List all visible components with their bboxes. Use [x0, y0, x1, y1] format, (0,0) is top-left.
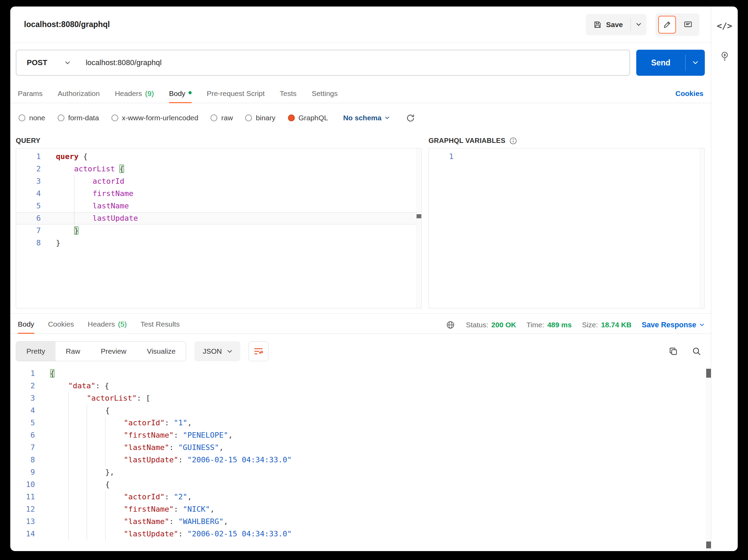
line-content: }	[41, 237, 60, 249]
send-button-group: Send	[636, 50, 705, 76]
right-sidebar: </>	[711, 7, 738, 551]
view-visualize[interactable]: Visualize	[137, 342, 186, 361]
save-response-button[interactable]: Save Response	[642, 321, 704, 329]
search-button[interactable]	[692, 346, 701, 356]
graphql-query-editor[interactable]: 1query {2 actorList {3 actorId4 firstNam…	[16, 148, 422, 308]
code-line: 9 },	[10, 466, 711, 478]
status-value: 200 OK	[491, 321, 516, 329]
response-scrollbar[interactable]	[706, 366, 711, 551]
query-scrollbar[interactable]	[417, 148, 421, 308]
code-line: 8}	[16, 237, 421, 249]
format-selector[interactable]: JSON	[194, 341, 240, 361]
code-line: 1	[429, 150, 704, 163]
send-button[interactable]: Send	[636, 50, 685, 76]
code-line: 5 "actorId": "1",	[10, 417, 711, 429]
resp-tab-headers[interactable]: Headers(5)	[88, 320, 127, 333]
line-number: 1	[10, 367, 35, 380]
body-type-x-www-form-urlencoded-label: x-www-form-urlencoded	[122, 114, 198, 122]
code-line: 7 }	[16, 224, 421, 237]
network-globe-icon[interactable]	[446, 320, 455, 329]
save-icon	[593, 21, 602, 29]
req-tab-body-label: Body	[169, 89, 185, 98]
view-preview[interactable]: Preview	[91, 342, 137, 361]
line-content: "lastName": "WAHLBERG",	[35, 515, 228, 528]
wrap-text-icon	[253, 347, 264, 356]
radio-icon	[245, 114, 252, 121]
body-type-none[interactable]: none	[19, 114, 45, 122]
chevron-down-icon	[65, 61, 70, 64]
body-type-form-data[interactable]: form-data	[58, 114, 99, 122]
variables-section-title: GRAPHQL VARIABLES	[429, 137, 505, 145]
req-tab-tests[interactable]: Tests	[280, 89, 297, 103]
req-tab-settings-label: Settings	[312, 89, 338, 98]
code-line: 7 "lastName": "GUINESS",	[10, 441, 711, 454]
refresh-schema-button[interactable]	[406, 113, 415, 123]
line-number: 8	[10, 454, 35, 466]
response-body-editor[interactable]: 1{2 "data": {3 "actorList": [4 {5 "actor…	[10, 366, 711, 551]
line-number: 4	[16, 187, 41, 200]
req-tab-settings[interactable]: Settings	[312, 89, 338, 103]
cookies-link[interactable]: Cookies	[675, 89, 703, 103]
schema-selector[interactable]: No schema	[343, 114, 389, 122]
view-pretty[interactable]: Pretty	[16, 342, 56, 361]
info-icon[interactable]	[509, 137, 517, 145]
req-tab-params-label: Params	[18, 89, 43, 98]
req-tab-headers[interactable]: Headers(9)	[115, 89, 154, 103]
method-selector[interactable]: POST	[16, 58, 80, 67]
edit-button[interactable]	[658, 16, 676, 34]
resp-tab-cookies[interactable]: Cookies	[48, 320, 74, 333]
line-content: {	[35, 404, 110, 417]
url-input[interactable]: localhost:8080/graphql	[80, 58, 161, 67]
req-tab-authorization[interactable]: Authorization	[58, 89, 100, 103]
line-number: 5	[16, 200, 41, 212]
wrap-text-button[interactable]	[249, 341, 268, 361]
chevron-down-icon	[693, 61, 698, 64]
comment-button[interactable]	[679, 16, 697, 33]
tab-count-badge: (9)	[145, 89, 154, 98]
body-type-binary[interactable]: binary	[245, 114, 275, 122]
line-number: 4	[10, 404, 35, 417]
line-content: firstName	[41, 187, 133, 200]
body-type-row: noneform-datax-www-form-urlencodedrawbin…	[10, 111, 711, 125]
pencil-icon	[663, 21, 671, 29]
code-line: 1{	[10, 367, 711, 380]
edit-comment-group	[655, 13, 699, 36]
size-label: Size:	[582, 321, 598, 329]
line-number: 5	[10, 417, 35, 429]
line-content: }	[41, 224, 79, 237]
line-number: 12	[10, 503, 35, 515]
line-content: "firstName": "NICK",	[35, 503, 215, 515]
req-tab-pre-request-script[interactable]: Pre-request Script	[207, 89, 265, 103]
query-editor: 1query {2 actorList {3 actorId4 firstNam…	[16, 150, 421, 249]
req-tab-headers-label: Headers	[115, 89, 142, 98]
req-tab-params[interactable]: Params	[18, 89, 43, 103]
body-type-raw[interactable]: raw	[210, 114, 233, 122]
method-label: POST	[27, 58, 47, 67]
variables-scrollbar[interactable]	[700, 148, 704, 308]
view-raw[interactable]: Raw	[56, 342, 91, 361]
resp-tab-test-results[interactable]: Test Results	[141, 320, 180, 333]
resp-tab-body[interactable]: Body	[18, 320, 34, 333]
body-type-graphql[interactable]: GraphQL	[288, 114, 328, 122]
schema-label: No schema	[343, 114, 382, 122]
send-options-button[interactable]	[686, 50, 705, 76]
lightbulb-icon[interactable]	[720, 51, 730, 62]
body-type-x-www-form-urlencoded[interactable]: x-www-form-urlencoded	[111, 114, 198, 122]
graphql-variables-editor[interactable]: 1	[429, 148, 705, 308]
code-line: 3 actorId	[16, 175, 421, 187]
line-content: "lastName": "GUINESS",	[35, 441, 224, 454]
save-button[interactable]: Save	[586, 21, 630, 29]
req-tab-body[interactable]: Body	[169, 89, 192, 103]
code-line: 4 {	[10, 404, 711, 417]
response-tabs-row: BodyCookiesHeaders(5)Test Results Status…	[10, 313, 711, 334]
line-number: 2	[10, 380, 35, 392]
code-snippet-icon[interactable]: </>	[717, 21, 732, 31]
line-number: 3	[16, 175, 41, 187]
response-scrollbar-thumb[interactable]	[706, 369, 711, 378]
resp-tab-cookies-label: Cookies	[48, 320, 74, 328]
line-content: {	[35, 478, 110, 491]
line-number: 10	[10, 478, 35, 491]
method-url-control: POST localhost:8080/graphql	[16, 50, 630, 76]
save-options-button[interactable]	[631, 23, 647, 26]
copy-button[interactable]	[668, 346, 678, 356]
